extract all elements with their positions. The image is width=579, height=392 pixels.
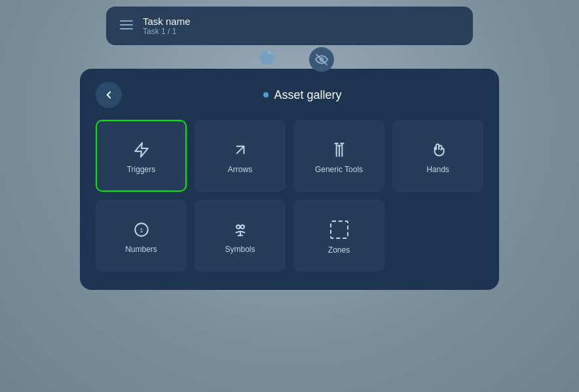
task-name: Task name	[143, 16, 191, 27]
back-button[interactable]	[96, 82, 122, 108]
gallery-header: Asset gallery	[96, 82, 483, 108]
gallery-grid-bottom: 1 Numbers Symbols Zones	[96, 200, 483, 272]
hand-pointer-icon	[430, 141, 447, 158]
grid-item-triggers-label: Triggers	[127, 165, 156, 174]
zones-icon	[330, 221, 348, 239]
task-bar: Task name Task 1 / 1	[106, 7, 473, 45]
grid-item-arrows[interactable]: Arrows	[195, 120, 286, 192]
circle-number-icon: 1	[133, 221, 150, 238]
svg-line-7	[236, 147, 244, 154]
grid-item-symbols-label: Symbols	[225, 245, 255, 254]
arrow-diagonal-icon	[232, 141, 249, 158]
task-sub: Task 1 / 1	[143, 27, 191, 36]
eye-toggle-button[interactable]	[309, 47, 334, 72]
svg-point-16	[236, 225, 240, 228]
grid-item-zones-label: Zones	[328, 245, 350, 255]
symbols-icon	[232, 221, 249, 238]
gallery-title: Asset gallery	[274, 88, 341, 102]
gallery-grid-top: Triggers Arrows	[96, 120, 483, 192]
gallery-dot	[263, 92, 269, 98]
gallery-title-container: Asset gallery	[122, 88, 483, 102]
grid-item-zones[interactable]: Zones	[293, 200, 384, 272]
grid-item-symbols[interactable]: Symbols	[195, 200, 286, 272]
grid-item-triggers[interactable]: Triggers	[96, 120, 187, 192]
lightning-icon	[133, 141, 150, 158]
grid-item-hands-label: Hands	[426, 165, 449, 174]
tools-icon	[331, 141, 348, 158]
gallery-panel: Asset gallery Triggers Arrows	[80, 69, 499, 290]
grid-item-numbers[interactable]: 1 Numbers	[96, 200, 187, 272]
grid-item-generic-tools-label: Generic Tools	[315, 165, 363, 174]
grid-item-arrows-label: Arrows	[228, 165, 252, 174]
grid-item-numbers-label: Numbers	[125, 245, 157, 254]
gem-decoration	[257, 47, 278, 68]
task-list-icon	[119, 19, 134, 33]
svg-point-17	[240, 225, 244, 228]
task-text: Task name Task 1 / 1	[143, 16, 191, 36]
svg-text:1: 1	[140, 226, 143, 234]
grid-item-hands[interactable]: Hands	[392, 120, 483, 192]
grid-item-generic-tools[interactable]: Generic Tools	[293, 120, 384, 192]
